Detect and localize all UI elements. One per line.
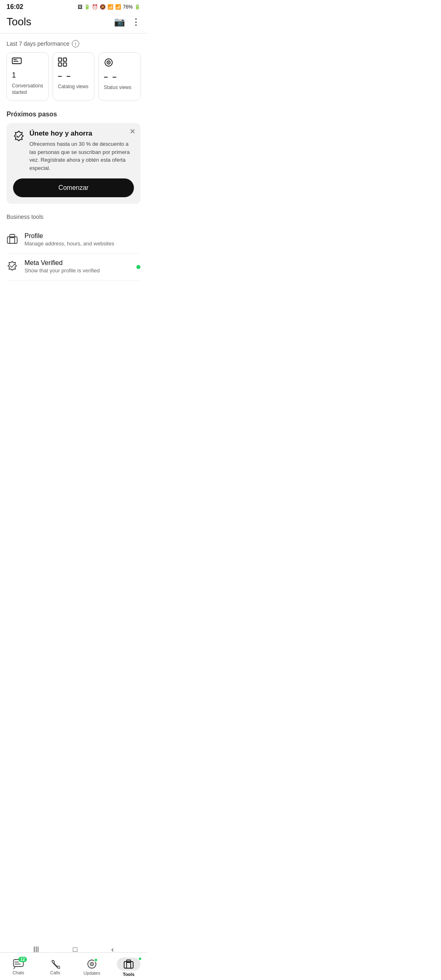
header-actions: 📷 ⋮	[114, 17, 140, 27]
svg-rect-4	[63, 58, 67, 61]
profile-icon	[7, 234, 18, 247]
stats-row: 1 Conversations started – – Catalog view…	[7, 52, 140, 101]
more-options-icon[interactable]: ⋮	[131, 17, 140, 27]
svg-rect-6	[63, 63, 67, 66]
meta-verified-desc: Show that your profile is verified	[24, 267, 130, 274]
catalog-card: – – Catalog views	[53, 52, 95, 101]
svg-point-9	[108, 62, 109, 63]
meta-verified-item[interactable]: Meta Verified Show that your profile is …	[7, 254, 140, 281]
status-icons: 🖼 🔋 ⏰ 🔕 📶 📶 76% 🔋	[78, 4, 140, 10]
promo-card: ✕ Únete hoy y ahorra Ofrecemos hasta un …	[7, 123, 140, 204]
battery-saver-icon: 🔋	[84, 4, 90, 10]
meta-verified-status-dot	[136, 265, 140, 269]
meta-verified-title: Meta Verified	[24, 259, 130, 267]
promo-comenzar-button[interactable]: Comenzar	[13, 178, 134, 197]
conversations-label: Conversations started	[12, 83, 43, 96]
page-title: Tools	[7, 16, 31, 28]
mute-icon: 🔕	[100, 4, 106, 10]
status-views-label: Status views	[104, 85, 135, 91]
page-header: Tools 📷 ⋮	[0, 12, 147, 33]
camera-icon[interactable]: 📷	[114, 17, 125, 27]
profile-desc: Manage address, hours, and websites	[24, 241, 140, 247]
status-bar: 16:02 🖼 🔋 ⏰ 🔕 📶 📶 76% 🔋	[0, 0, 147, 12]
battery-level: 76%	[123, 4, 133, 10]
status-views-value: – –	[104, 73, 135, 81]
profile-title: Profile	[24, 232, 140, 240]
battery-icon: 🔋	[134, 4, 140, 10]
promo-close-button[interactable]: ✕	[129, 128, 136, 135]
catalog-label: Catalog views	[58, 84, 89, 90]
main-content: Last 7 days performance i 1 Conversation…	[0, 33, 147, 320]
photo-icon: 🖼	[78, 4, 82, 10]
meta-verified-text: Meta Verified Show that your profile is …	[24, 259, 130, 274]
promo-header: Únete hoy y ahorra Ofrecemos hasta un 30…	[13, 129, 134, 172]
catalog-icon	[58, 58, 89, 69]
signal-icon: 📶	[115, 4, 121, 10]
promo-text: Únete hoy y ahorra Ofrecemos hasta un 30…	[29, 129, 134, 172]
proximos-heading: Próximos pasos	[7, 111, 140, 118]
info-icon[interactable]: i	[72, 40, 79, 47]
status-time: 16:02	[7, 3, 23, 11]
catalog-value: – –	[58, 72, 89, 80]
svg-rect-3	[58, 58, 62, 61]
profile-text: Profile Manage address, hours, and websi…	[24, 232, 140, 247]
promo-title: Únete hoy y ahorra	[29, 129, 134, 138]
promo-desc: Ofrecemos hasta un 30 % de descuento a l…	[29, 140, 134, 172]
conversations-value: 1	[12, 71, 43, 80]
status-views-icon	[104, 58, 135, 69]
performance-label: Last 7 days performance i	[7, 40, 140, 47]
promo-badge-icon	[13, 130, 24, 144]
profile-item[interactable]: Profile Manage address, hours, and websi…	[7, 227, 140, 254]
status-views-card: – – Status views	[98, 52, 140, 101]
svg-rect-5	[58, 63, 62, 66]
wifi-icon: 📶	[107, 4, 114, 10]
meta-verified-icon	[7, 261, 18, 274]
svg-rect-0	[12, 58, 21, 64]
conversations-card: 1 Conversations started	[7, 52, 49, 101]
conversations-icon	[12, 58, 43, 68]
business-tools-label: Business tools	[7, 214, 140, 220]
alarm-icon: ⏰	[92, 4, 98, 10]
